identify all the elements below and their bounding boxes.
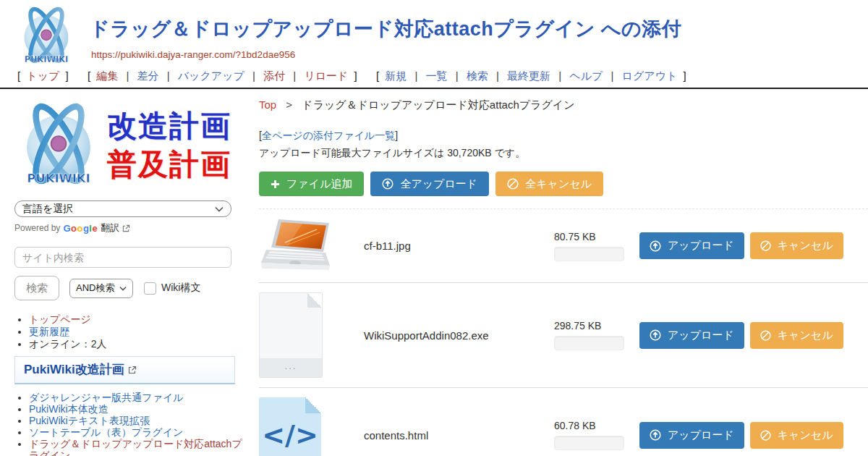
doc-footer-dots: ... [260, 358, 322, 377]
upload-button[interactable]: アップロード [639, 422, 744, 449]
nav-separator: | [496, 69, 499, 82]
cancel-button[interactable]: キャンセル [750, 322, 843, 349]
banner-slogan: 改造計画 普及計画 [107, 107, 231, 185]
generic-file-icon: ... [259, 292, 323, 378]
bracket: ] [66, 69, 69, 82]
sidebar: 改造計画 普及計画 言語を選択 Powered by Google 翻訳 [0, 89, 250, 456]
google-translate-attribution: Powered by Google 翻訳 [14, 221, 250, 235]
breadcrumb-current-page: ドラッグ＆ドロップアップロード対応attachプラグイン [302, 98, 574, 111]
page-fold [305, 397, 321, 413]
sidebar-item-sort-table[interactable]: ソートテーブル（表）プラグイン [29, 426, 183, 438]
nav-item-diff[interactable]: 差分 [137, 69, 159, 82]
nav-item-list[interactable]: 一覧 [426, 69, 448, 82]
list-item: 更新履歴 [29, 326, 250, 337]
sidebar-quick-links: トップページ 更新履歴 オンライン：2人 [29, 313, 250, 350]
breadcrumb: Top > ドラッグ＆ドロップアップロード対応attachプラグイン [259, 98, 868, 112]
nav-separator: | [414, 69, 417, 82]
table-row: </> contents.html 60.78 KB [259, 388, 868, 456]
upload-circle-icon [650, 240, 661, 252]
add-files-label: ファイル追加 [286, 177, 352, 191]
cancel-all-button[interactable]: 全キャンセル [495, 172, 603, 196]
upload-circle-icon [382, 178, 393, 190]
list-item: PukiWikiテキスト表現拡張 [29, 415, 246, 426]
bracket: [ [88, 69, 90, 82]
nav-separator: | [456, 69, 459, 82]
breadcrumb-home-link[interactable]: Top [259, 98, 276, 111]
upload-label: アップロード [668, 428, 734, 442]
page-fold [307, 293, 322, 308]
file-name: cf-b11.jpg [364, 240, 548, 252]
ban-icon [760, 240, 771, 251]
file-size: 80.75 KB [554, 231, 634, 242]
file-name: WikiSupportAddin082.exe [364, 329, 548, 342]
nav-item-attach[interactable]: 添付 [263, 69, 285, 82]
table-row: ... WikiSupportAddin082.exe 298.75 KB [259, 283, 868, 388]
all-pages-attach-list-link[interactable]: 全ページの添付ファイル一覧 [262, 130, 395, 141]
laptop-photo-thumbnail [259, 218, 340, 274]
bracket: ] [684, 69, 686, 82]
nav-item-logout[interactable]: ログアウト [622, 69, 678, 82]
list-item: ドラッグ＆ドロップアップロード対応attachプラグイン [29, 438, 246, 456]
search-controls-row: 検索 AND検索 Wiki構文 [14, 276, 250, 300]
language-select-value: 言語を選択 [22, 203, 73, 216]
search-button[interactable]: 検索 [14, 276, 59, 300]
page-title: ドラッグ＆ドロップアップロード対応attachプラグイン への添付 [90, 16, 681, 42]
upload-label: アップロード [668, 329, 734, 342]
search-mode-value: AND検索 [76, 282, 114, 295]
code-glyph: </> [259, 419, 321, 451]
bracket: [ [17, 69, 20, 82]
sidebar-item-dnd-attach[interactable]: ドラッグ＆ドロップアップロード対応attachプラグイン [29, 438, 242, 456]
wiki-syntax-checkbox[interactable] [144, 282, 156, 295]
translate-label: 翻訳 [101, 221, 119, 235]
upload-button[interactable]: アップロード [639, 232, 744, 259]
nav-item-backup[interactable]: バックアップ [178, 69, 244, 82]
sidebar-item-toppage[interactable]: トップページ [29, 313, 91, 325]
sidebar-banner-link[interactable]: 改造計画 普及計画 [14, 98, 240, 193]
nav-item-recent[interactable]: 最終更新 [507, 69, 550, 82]
upload-progress-bar [554, 247, 624, 261]
nav-item-search[interactable]: 検索 [467, 69, 488, 82]
ban-icon [760, 430, 771, 441]
language-select[interactable]: 言語を選択 [14, 200, 231, 217]
search-mode-select[interactable]: AND検索 [69, 279, 133, 298]
max-upload-size-text: アップロード可能最大ファイルサイズは 30,720KB です。 [259, 147, 868, 160]
nav-item-edit[interactable]: 編集 [96, 69, 118, 82]
cancel-label: キャンセル [778, 239, 833, 253]
top-navbar: [ トップ ] [ 編集 | 差分 | バックアップ | 添付 | リロード ]… [0, 68, 868, 88]
sidebar-item-text-ext[interactable]: PukiWikiテキスト表現拡張 [29, 415, 150, 426]
upload-button[interactable]: アップロード [639, 322, 744, 349]
nav-separator: | [252, 69, 255, 82]
nav-item-reload[interactable]: リロード [304, 69, 348, 82]
page-url-link[interactable]: https://pukiwiki.dajya-ranger.com/?1bd2d… [91, 49, 295, 60]
plus-icon [271, 180, 280, 189]
nav-item-top[interactable]: トップ [26, 69, 59, 82]
add-files-button[interactable]: ファイル追加 [259, 172, 364, 196]
google-logo: Google [63, 223, 98, 234]
upload-all-label: 全アップロード [400, 177, 477, 191]
nav-separator: | [126, 69, 129, 82]
nav-item-new[interactable]: 新規 [385, 69, 407, 82]
file-name: contents.html [364, 429, 548, 442]
upload-circle-icon [650, 329, 661, 341]
table-row: cf-b11.jpg 80.75 KB アップロード [259, 209, 868, 283]
sidebar-item-common-files[interactable]: ダジャレンジャー版共通ファイル [29, 392, 184, 403]
banner-line-fukyu: 普及計画 [107, 145, 231, 184]
sidebar-item-recent-changes[interactable]: 更新履歴 [29, 326, 69, 337]
powered-by-label: Powered by [14, 223, 60, 233]
nav-item-help[interactable]: ヘルプ [569, 69, 603, 82]
nav-separator: | [167, 69, 170, 82]
pukiwiki-atom-logo[interactable] [13, 4, 80, 68]
cancel-button[interactable]: キャンセル [750, 232, 843, 259]
site-search-input[interactable] [14, 247, 231, 268]
upload-file-table: cf-b11.jpg 80.75 KB アップロード [259, 208, 868, 456]
chevron-down-icon [215, 206, 224, 212]
list-item: ソートテーブル（表）プラグイン [29, 426, 246, 438]
cancel-button[interactable]: キャンセル [750, 422, 843, 449]
file-size: 298.75 KB [554, 320, 634, 332]
sidebar-item-body-mod[interactable]: PukiWiki本体改造 [29, 403, 109, 415]
upload-all-button[interactable]: 全アップロード [370, 172, 489, 196]
ban-icon [507, 178, 519, 190]
cancel-all-label: 全キャンセル [525, 177, 592, 191]
online-counter: オンライン：2人 [29, 338, 250, 350]
sidebar-section-pukiwiki-kaizo[interactable]: PukiWiki改造計画 [14, 356, 235, 384]
